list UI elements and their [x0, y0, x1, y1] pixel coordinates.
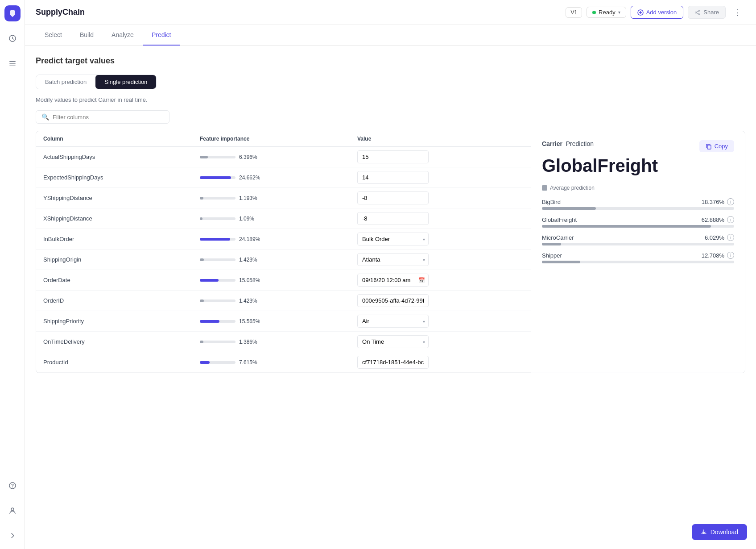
version-badge[interactable]: V1	[566, 7, 582, 18]
share-icon	[694, 9, 701, 16]
table-row: InBulkOrder 24.189% Bulk OrderSingle Ord…	[36, 229, 531, 250]
value-select[interactable]: AirGroundExpress	[357, 315, 429, 328]
single-prediction-button[interactable]: Single prediction	[95, 75, 156, 89]
more-options-button[interactable]: ⋮	[730, 6, 745, 19]
svg-point-8	[698, 10, 700, 11]
batch-prediction-button[interactable]: Batch prediction	[36, 75, 95, 89]
sidebar-nav-icon[interactable]	[4, 30, 21, 46]
fi-bar-container	[200, 320, 235, 323]
table-row: ShippingPriority 15.565% AirGroundExpres…	[36, 311, 531, 332]
fi-value: 1.423%	[239, 257, 257, 263]
status-label: Ready	[599, 9, 616, 16]
class-name: Shipper	[542, 252, 562, 259]
tab-select[interactable]: Select	[36, 25, 71, 46]
fi-bar	[200, 238, 230, 241]
class-pct-wrap: 12.708% i	[702, 252, 734, 259]
svg-point-6	[11, 508, 14, 511]
fi-value: 1.423%	[239, 298, 257, 304]
value-input[interactable]	[357, 294, 429, 307]
value-cell: Bulk OrderSingle Order▾	[350, 229, 531, 250]
tab-analyze[interactable]: Analyze	[103, 25, 143, 46]
info-icon[interactable]: i	[727, 252, 734, 259]
info-icon[interactable]: i	[727, 216, 734, 223]
feature-importance-cell: 6.396%	[193, 147, 350, 167]
svg-rect-2	[9, 63, 16, 64]
value-input[interactable]	[357, 191, 429, 204]
add-version-button[interactable]: Add version	[631, 6, 684, 19]
class-bar-fill	[542, 207, 596, 210]
value-cell: On TimeLate▾	[350, 332, 531, 352]
class-header: BigBird 18.376% i	[542, 198, 734, 205]
value-select-wrap: AirGroundExpress▾	[357, 315, 429, 328]
value-input[interactable]	[357, 356, 429, 369]
sidebar-list-icon[interactable]	[4, 55, 21, 71]
sidebar-expand-icon[interactable]	[4, 528, 21, 544]
value-cell	[350, 147, 531, 167]
search-input[interactable]	[53, 114, 164, 121]
fi-bar	[200, 341, 203, 343]
class-bar-bg	[542, 261, 734, 263]
column-name: OrderID	[36, 291, 193, 311]
sidebar-help-icon[interactable]: ?	[4, 478, 21, 494]
fi-bar-container	[200, 258, 235, 261]
share-button[interactable]: Share	[688, 6, 726, 19]
fi-value: 7.615%	[239, 359, 257, 366]
nav-tabs: Select Build Analyze Predict	[25, 25, 756, 46]
class-bar-bg	[542, 225, 734, 228]
table-row: OrderID 1.423%	[36, 291, 531, 311]
class-prediction-row: Shipper 12.708% i	[542, 252, 734, 263]
class-bar-bg	[542, 207, 734, 210]
table-header-row: Column Feature importance Value	[36, 131, 531, 147]
search-icon: 🔍	[41, 113, 49, 121]
header: SupplyChain V1 Ready ▾ Add version	[25, 0, 756, 25]
feature-importance-cell: 1.386%	[193, 332, 350, 352]
prediction-label-strong: Carrier	[542, 140, 562, 147]
table-row: YShippingDistance 1.193%	[36, 188, 531, 208]
features-panel: Column Feature importance Value ActualSh…	[36, 131, 531, 373]
fi-value: 24.189%	[239, 236, 260, 242]
app-logo	[4, 5, 21, 21]
add-version-label: Add version	[646, 9, 677, 16]
col-header-value: Value	[350, 131, 531, 147]
value-select[interactable]: AtlantaChicagoNew YorkLos Angeles	[357, 253, 429, 266]
prediction-mode-toggle: Batch prediction Single prediction	[36, 75, 157, 89]
value-cell	[350, 352, 531, 373]
class-prediction-row: MicroCarrier 6.029% i	[542, 234, 734, 245]
value-input[interactable]	[357, 150, 429, 163]
value-input[interactable]	[357, 171, 429, 184]
tab-predict[interactable]: Predict	[143, 25, 180, 46]
fi-bar	[200, 197, 203, 200]
content-area: Predict target values Batch prediction S…	[25, 46, 756, 549]
svg-rect-3	[9, 65, 16, 66]
avg-bar-icon	[542, 185, 547, 191]
info-icon[interactable]: i	[727, 198, 734, 205]
info-icon[interactable]: i	[727, 234, 734, 241]
copy-button[interactable]: Copy	[699, 140, 734, 152]
fi-value: 1.193%	[239, 195, 257, 201]
app-title: SupplyChain	[36, 8, 558, 17]
table-row: ShippingOrigin 1.423% AtlantaChicagoNew …	[36, 250, 531, 270]
value-select-wrap: AtlantaChicagoNew YorkLos Angeles▾	[357, 253, 429, 266]
feature-importance-cell: 15.058%	[193, 270, 350, 291]
table-row: ExpectedShippingDays 24.662%	[36, 167, 531, 188]
fi-bar-container	[200, 176, 235, 179]
fi-value: 15.058%	[239, 277, 260, 283]
table-row: ActualShippingDays 6.396%	[36, 147, 531, 167]
date-input[interactable]	[357, 274, 429, 287]
value-input[interactable]	[357, 212, 429, 225]
value-cell	[350, 188, 531, 208]
value-select[interactable]: Bulk OrderSingle Order	[357, 233, 429, 245]
subtitle: Modify values to predict Carrier in real…	[36, 96, 745, 103]
sidebar-user-icon[interactable]	[4, 503, 21, 519]
value-select[interactable]: On TimeLate	[357, 335, 429, 348]
tab-build[interactable]: Build	[71, 25, 103, 46]
fi-bar	[200, 156, 208, 158]
fi-bar-container	[200, 361, 235, 364]
fi-bar-container	[200, 156, 235, 158]
column-name: XShippingDistance	[36, 208, 193, 229]
status-indicator[interactable]: Ready ▾	[587, 7, 626, 18]
main-area: SupplyChain V1 Ready ▾ Add version	[25, 0, 756, 549]
fi-value: 24.662%	[239, 175, 260, 181]
download-button[interactable]: Download	[692, 524, 747, 540]
fi-bar-container	[200, 341, 235, 343]
